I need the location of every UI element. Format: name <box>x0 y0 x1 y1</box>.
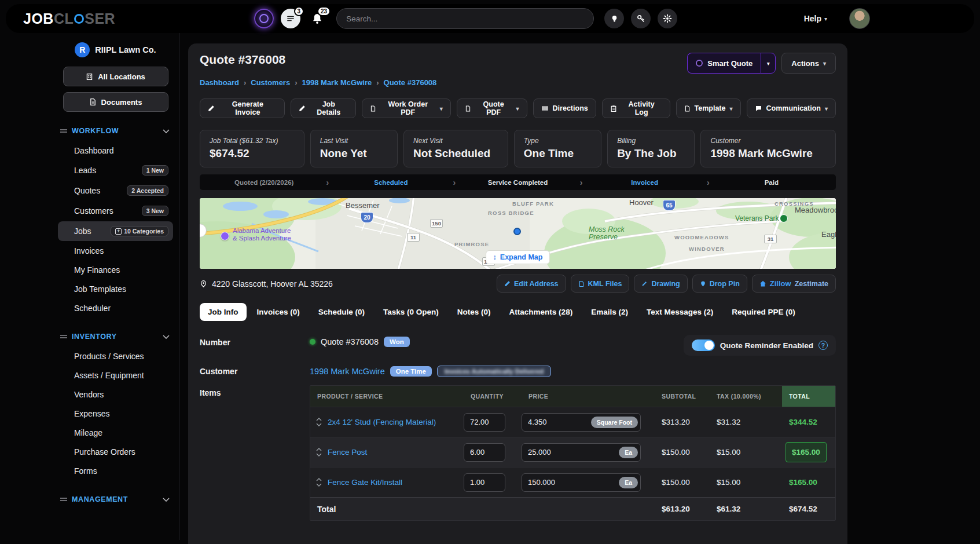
all-locations-button[interactable]: All Locations <box>63 67 168 86</box>
kml-files-button[interactable]: KML Files <box>571 275 630 293</box>
sidebar-item-forms[interactable]: Forms <box>58 462 173 480</box>
route-11-shield-icon: 11 <box>407 233 420 242</box>
row-reorder <box>316 478 322 487</box>
items-table: PRODUCT / SERVICE QUANTITY PRICE SUBTOTA… <box>310 385 836 521</box>
sidebar-item-scheduler[interactable]: Scheduler <box>58 299 173 317</box>
drawing-button[interactable]: Drawing <box>634 275 687 293</box>
notifications-button[interactable]: 23 <box>307 9 327 28</box>
sidebar-item-assets-equipment[interactable]: Assets / Equipment <box>58 366 173 385</box>
smart-quote-button[interactable]: Smart Quote <box>687 53 761 74</box>
header-quantity: QUANTITY <box>464 393 522 400</box>
sidebar-item-mileage[interactable]: Mileage <box>58 423 173 442</box>
sidebar-item-my-finances[interactable]: My Finances <box>58 261 173 279</box>
user-avatar[interactable] <box>849 8 870 29</box>
sidebar-item-jobs[interactable]: Jobs+10 Categories <box>58 221 173 241</box>
file-icon <box>370 105 376 112</box>
tab-tasks[interactable]: Tasks (0 Open) <box>375 303 447 321</box>
row-move-down-button[interactable] <box>316 423 322 426</box>
list-icon <box>286 14 295 23</box>
section-management[interactable]: MANAGEMENT <box>58 488 173 509</box>
tab-schedule[interactable]: Schedule (0) <box>310 303 373 321</box>
pipeline-step-quoted[interactable]: Quoted (2/20/2026) <box>202 179 326 186</box>
drop-pin-button[interactable]: Drop Pin <box>692 275 747 293</box>
sidebar-item-dashboard[interactable]: Dashboard <box>58 141 173 160</box>
tab-required-ppe[interactable]: Required PPE (0) <box>724 303 803 321</box>
route-31-shield-icon: 31 <box>764 235 777 243</box>
sidebar-item-quotes[interactable]: Quotes2 Accepted <box>58 181 173 200</box>
tab-text-messages[interactable]: Text Messages (2) <box>638 303 721 321</box>
sidebar-item-vendors[interactable]: Vendors <box>58 385 173 404</box>
quote-pdf-button[interactable]: Quote PDF ▾ <box>457 98 527 118</box>
generate-invoice-button[interactable]: Generate Invoice <box>200 98 285 118</box>
job-details-button[interactable]: Job Details <box>291 98 356 118</box>
breadcrumb-current[interactable]: Quote #376008 <box>384 78 437 87</box>
quantity-input[interactable] <box>464 473 505 492</box>
stat-label: Billing <box>617 137 685 145</box>
tab-notes[interactable]: Notes (0) <box>449 303 499 321</box>
pipeline-step-service-completed[interactable]: Service Completed <box>456 179 579 186</box>
documents-button[interactable]: Documents <box>63 92 168 112</box>
help-question-icon[interactable]: ? <box>818 341 828 350</box>
sidebar-item-expenses[interactable]: Expenses <box>58 404 173 423</box>
breadcrumb-customer-name[interactable]: 1998 Mark McGwire <box>302 78 372 87</box>
tab-emails[interactable]: Emails (2) <box>583 303 636 321</box>
road-lanes-icon <box>541 105 549 112</box>
settings-button[interactable] <box>658 9 677 28</box>
company-switcher[interactable]: R RIIPL Lawn Co. <box>58 42 173 57</box>
tab-invoices[interactable]: Invoices (0) <box>249 303 308 321</box>
communication-button[interactable]: Communication ▾ <box>747 98 836 118</box>
chevron-down-icon: ▾ <box>823 60 826 67</box>
item-label: Vendors <box>74 390 104 399</box>
app-logo[interactable]: JOBCLSER <box>23 10 115 27</box>
chevron-down-icon <box>163 335 170 339</box>
work-order-pdf-button[interactable]: Work Order PDF ▾ <box>362 98 451 118</box>
sidebar-item-job-templates[interactable]: Job Templates <box>58 280 173 298</box>
edit-address-button[interactable]: Edit Address <box>497 275 566 293</box>
documents-label: Documents <box>101 98 142 107</box>
sidebar-item-purchase-orders[interactable]: Purchase Orders <box>58 443 173 461</box>
row-move-up-button[interactable] <box>316 418 322 421</box>
product-link[interactable]: Fence Post <box>328 448 367 457</box>
row-move-up-button[interactable] <box>316 478 322 481</box>
expand-map-button[interactable]: ↕ Expand Map <box>486 250 550 264</box>
map[interactable]: Bessemer 20 Alabama Adventure& Splash Ad… <box>200 198 836 269</box>
help-menu[interactable]: Help ▾ <box>804 14 827 23</box>
section-inventory[interactable]: INVENTORY <box>58 326 173 346</box>
row-move-down-button[interactable] <box>316 483 322 487</box>
pipeline-step-scheduled[interactable]: Scheduled <box>329 179 453 186</box>
stat-label: Next Visit <box>413 137 498 145</box>
item-label: Mileage <box>74 428 102 437</box>
customer-link[interactable]: 1998 Mark McGwire <box>310 367 385 376</box>
quantity-input[interactable] <box>464 413 505 432</box>
row-move-down-button[interactable] <box>316 453 322 457</box>
quantity-input[interactable] <box>464 443 505 462</box>
queue-button[interactable]: 3 <box>281 9 300 28</box>
quote-reminder-toggle[interactable] <box>692 339 715 351</box>
breadcrumb-customers[interactable]: Customers <box>251 78 290 87</box>
product-link[interactable]: Fence Gate Kit/Install <box>328 478 402 487</box>
activity-log-button[interactable]: Activity Log <box>602 98 670 118</box>
breadcrumb-dashboard[interactable]: Dashboard <box>200 78 239 87</box>
search-input[interactable] <box>336 8 594 29</box>
pipeline-step-invoiced[interactable]: Invoiced <box>582 179 706 186</box>
tab-attachments[interactable]: Attachments (28) <box>501 303 581 321</box>
row-move-up-button[interactable] <box>316 448 322 451</box>
product-link[interactable]: 2x4 12' Stud (Fencing Material) <box>328 418 436 426</box>
logo-text-job: JOB <box>23 10 54 27</box>
sidebar-item-customers[interactable]: Customers3 New <box>58 201 173 221</box>
zestimate-label: Zestimate <box>795 280 828 288</box>
brand-orb-button[interactable] <box>254 9 274 28</box>
pipeline-step-paid[interactable]: Paid <box>710 179 834 186</box>
directions-button[interactable]: Directions <box>533 98 596 118</box>
actions-button[interactable]: Actions ▾ <box>781 53 836 74</box>
smart-quote-dropdown-button[interactable]: ▾ <box>761 53 776 74</box>
lightbulb-button[interactable] <box>604 9 624 28</box>
section-workflow[interactable]: WORKFLOW <box>58 120 173 141</box>
tab-job-info[interactable]: Job Info <box>200 303 247 321</box>
sidebar-item-invoices[interactable]: Invoices <box>58 242 173 260</box>
key-button[interactable] <box>631 9 651 28</box>
zillow-zestimate-button[interactable]: Zillow Zestimate <box>752 275 836 293</box>
template-button[interactable]: Template ▾ <box>676 98 741 118</box>
sidebar-item-leads[interactable]: Leads1 New <box>58 160 173 180</box>
sidebar-item-products-services[interactable]: Products / Services <box>58 347 173 366</box>
